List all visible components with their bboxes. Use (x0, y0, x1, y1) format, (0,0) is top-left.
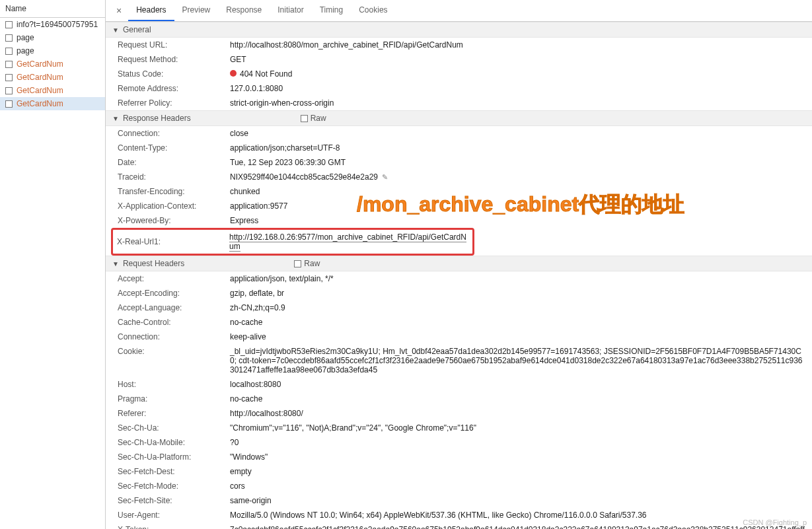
header-value: application:9577 (230, 200, 805, 212)
request-list-panel: Name info?t=1694500757951pagepageGetCard… (0, 0, 106, 529)
request-headers-section-header[interactable]: ▼ Request Headers Raw (106, 256, 812, 271)
request-name: GetCardNum (17, 59, 63, 69)
header-key: X-Token: (118, 524, 230, 529)
request-item[interactable]: info?t=1694500757951 (0, 18, 105, 31)
request-item[interactable]: page (0, 44, 105, 57)
request-name: GetCardNum (17, 73, 63, 82)
header-key: Sec-Ch-Ua-Mobile: (118, 437, 230, 448)
request-name: page (17, 46, 34, 55)
request-item[interactable]: GetCardNum (0, 97, 105, 110)
header-key: Transfer-Encoding: (118, 186, 230, 197)
header-row: Host:localhost:8080 (106, 377, 812, 392)
request-item[interactable]: GetCardNum (0, 71, 105, 84)
request-item[interactable]: page (0, 31, 105, 44)
general-section-header[interactable]: ▼ General (106, 22, 812, 38)
header-key: Connection: (118, 331, 230, 343)
header-value: no-cache (230, 316, 805, 328)
tab-preview[interactable]: Preview (174, 0, 219, 21)
header-value: "Windows" (230, 451, 805, 463)
edit-icon[interactable]: ✎ (382, 173, 388, 181)
referrer-policy-label: Referrer Policy: (118, 97, 230, 109)
request-name: page (17, 33, 34, 42)
chevron-down-icon: ▼ (112, 115, 119, 122)
raw-label: Raw (311, 114, 326, 123)
header-row: Sec-Ch-Ua:"Chromium";v="116", "Not)A;Bra… (106, 421, 812, 435)
header-value: http://localhost:8080/ (230, 407, 805, 419)
details-tabs: × HeadersPreviewResponseInitiatorTimingC… (106, 0, 812, 22)
request-list: info?t=1694500757951pagepageGetCardNumGe… (0, 18, 105, 529)
header-value: chunked (230, 186, 805, 197)
header-row: Content-Type:application/json;charset=UT… (106, 141, 812, 155)
header-row: Accept-Encoding:gzip, deflate, br (106, 286, 812, 300)
header-key: X-Powered-By: (118, 215, 230, 227)
status-dot-icon (230, 70, 237, 77)
status-code-value: 404 Not Found (230, 68, 805, 80)
request-url-label: Request URL: (118, 39, 230, 51)
chevron-down-icon: ▼ (112, 26, 119, 34)
raw-checkbox[interactable] (301, 115, 308, 122)
details-content: ▼ General Request URL:http://localhost:8… (106, 22, 812, 529)
request-headers-title: Request Headers (123, 259, 184, 268)
header-row: Sec-Ch-Ua-Platform:"Windows" (106, 450, 812, 464)
header-value: zh-CN,zh;q=0.9 (230, 302, 805, 314)
close-icon[interactable]: × (110, 1, 128, 20)
header-key: Sec-Fetch-Site: (118, 495, 230, 507)
header-key: Sec-Ch-Ua: (118, 422, 230, 434)
header-value: http://192.168.0.26:9577/mon_archive_cab… (229, 231, 468, 252)
general-title: General (123, 25, 151, 34)
header-row: Pragma:no-cache (106, 392, 812, 406)
header-key: Sec-Fetch-Mode: (118, 480, 230, 492)
header-row: Sec-Fetch-Dest:empty (106, 464, 812, 479)
checkbox-icon[interactable] (5, 87, 13, 94)
name-column-header: Name (0, 0, 105, 18)
checkbox-icon[interactable] (5, 48, 13, 55)
chevron-down-icon: ▼ (112, 260, 119, 267)
header-key: Host: (118, 378, 230, 390)
response-headers-section-header[interactable]: ▼ Response Headers Raw (106, 110, 812, 126)
header-value: empty (230, 466, 805, 477)
checkbox-icon[interactable] (5, 100, 13, 108)
checkbox-icon[interactable] (5, 34, 13, 42)
header-row: Sec-Fetch-Site:same-origin (106, 493, 812, 508)
remote-address-value: 127.0.0.1:8080 (230, 83, 805, 94)
checkbox-icon[interactable] (5, 21, 13, 28)
header-value: gzip, deflate, br (230, 287, 805, 299)
request-item[interactable]: GetCardNum (0, 84, 105, 97)
tab-headers[interactable]: Headers (128, 0, 174, 21)
checkbox-icon[interactable] (5, 74, 13, 81)
header-value: Express (230, 215, 805, 227)
header-row: Cookie:_bl_uid=jvIdtjwboR53eRies2m30Ca9k… (106, 344, 812, 377)
header-row: Accept-Language:zh-CN,zh;q=0.9 (106, 300, 812, 315)
header-row: Date:Tue, 12 Sep 2023 06:39:30 GMT (106, 155, 812, 170)
remote-address-label: Remote Address: (118, 83, 230, 94)
response-headers-title: Response Headers (123, 114, 191, 123)
header-key: X-Real-Url1: (117, 236, 229, 248)
raw-checkbox[interactable] (294, 260, 301, 267)
header-value: same-origin (230, 495, 805, 507)
header-row: Referer:http://localhost:8080/ (106, 406, 812, 421)
header-value: cors (230, 480, 805, 492)
header-value: Tue, 12 Sep 2023 06:39:30 GMT (230, 157, 805, 168)
tab-cookies[interactable]: Cookies (351, 0, 395, 21)
header-key: Referer: (118, 407, 230, 419)
request-item[interactable]: GetCardNum (0, 57, 105, 71)
header-value: Mozilla/5.0 (Windows NT 10.0; Win64; x64… (230, 509, 805, 521)
checkbox-icon[interactable] (5, 61, 13, 68)
header-row: User-Agent:Mozilla/5.0 (Windows NT 10.0;… (106, 508, 812, 522)
header-key: Accept-Encoding: (118, 287, 230, 299)
header-row: Transfer-Encoding:chunked (106, 184, 812, 199)
tab-response[interactable]: Response (218, 0, 270, 21)
header-key: Cookie: (118, 345, 230, 357)
request-url-value: http://localhost:8080/mon_archive_cabine… (230, 39, 805, 51)
header-row: X-Application-Context:application:9577 (106, 199, 812, 213)
header-value: NIX9529ff40e1044ccb85cac529e84e2a29✎ (230, 171, 805, 183)
header-row: X-Powered-By:Express (106, 213, 812, 228)
header-row: Sec-Ch-Ua-Mobile:?0 (106, 435, 812, 450)
header-value: no-cache (230, 393, 805, 405)
tab-timing[interactable]: Timing (312, 0, 351, 21)
request-name: GetCardNum (17, 86, 63, 95)
referrer-policy-value: strict-origin-when-cross-origin (230, 97, 805, 109)
header-value: ?0 (230, 437, 805, 448)
tab-initiator[interactable]: Initiator (270, 0, 311, 21)
watermark: CSDN @Fighting_p (743, 518, 807, 526)
